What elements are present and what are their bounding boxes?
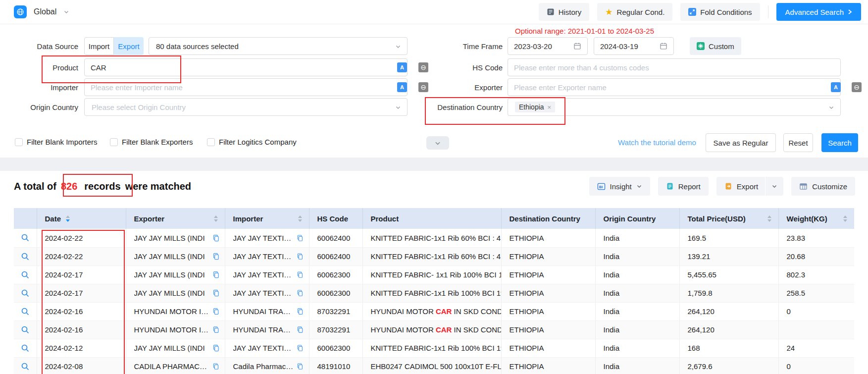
copy-icon[interactable] — [212, 344, 220, 352]
destination-cell: ETHIOPIA — [501, 284, 595, 302]
exporter-input[interactable] — [508, 78, 841, 96]
filter-logitics-company[interactable]: Filter Logitics Company — [207, 138, 297, 146]
col-header-total-price[interactable]: Total Price(USD) — [679, 208, 778, 229]
col-header-date[interactable]: Date — [37, 208, 126, 229]
filter-blank-exporters[interactable]: Filter Blank Exporters — [110, 138, 193, 146]
report-icon — [666, 182, 674, 190]
collapse-conditions-toggle[interactable] — [426, 136, 449, 150]
tab-export[interactable]: Export — [114, 37, 144, 55]
checkbox[interactable] — [110, 138, 118, 146]
copy-icon[interactable] — [212, 234, 220, 242]
copy-icon[interactable] — [297, 344, 304, 352]
copy-icon[interactable] — [297, 253, 304, 260]
magnifier-icon[interactable] — [21, 362, 30, 371]
sort-icons[interactable] — [214, 215, 218, 222]
magnifier-icon[interactable] — [21, 307, 30, 316]
chevron-down-icon — [434, 140, 441, 147]
copy-icon[interactable] — [212, 289, 220, 297]
product-cell: KNITTED FABRIC-1x1 Rib 100% BCI 190 — [362, 339, 501, 357]
copy-icon[interactable] — [297, 308, 304, 315]
results-summary: A total of 826 records were matched — [14, 181, 191, 192]
export-button[interactable]: Export — [716, 177, 783, 196]
report-button[interactable]: Report — [658, 177, 709, 196]
translate-icon[interactable]: A — [831, 82, 841, 92]
copy-icon[interactable] — [297, 234, 304, 242]
magnifier-icon[interactable] — [21, 252, 30, 261]
product-cell: KNITTED FABRIC- 1x1 Rib 100% BCI 19 — [362, 266, 501, 284]
magnifier-icon[interactable] — [21, 233, 30, 242]
regular-cond-button[interactable]: ★ Regular Cond. — [597, 3, 672, 21]
copy-icon[interactable] — [212, 326, 220, 333]
product-input[interactable] — [84, 58, 408, 76]
translate-icon[interactable]: A — [397, 62, 407, 72]
data-source-select[interactable]: 80 data sources selected — [149, 37, 408, 55]
importer-cell: JAY JAY TEXTILES — [225, 229, 309, 247]
sort-icons[interactable] — [66, 215, 70, 222]
table-row: 2024-02-08 CADILA PHARMACEUT Cadila Phar… — [14, 357, 854, 374]
region-selector[interactable]: Global — [14, 5, 69, 18]
col-header-weight[interactable]: Weight(KG) — [778, 208, 854, 229]
sort-icons[interactable] — [767, 215, 771, 222]
magnifier-icon[interactable] — [21, 270, 30, 279]
copy-icon[interactable] — [297, 363, 304, 370]
filter-blank-importers[interactable]: Filter Blank Importers — [15, 138, 98, 146]
reset-button[interactable]: Reset — [783, 133, 813, 152]
advanced-search-button[interactable]: Advanced Search — [776, 3, 861, 21]
tutorial-link[interactable]: Watch the tutorial demo — [618, 138, 696, 147]
save-as-regular-button[interactable]: Save as Regular — [706, 133, 776, 152]
total-price-cell: 2,679.6 — [679, 357, 778, 374]
history-button[interactable]: History — [539, 3, 590, 21]
origin-country-select[interactable]: Please select Origin Country — [84, 98, 408, 116]
copy-icon[interactable] — [212, 271, 220, 278]
date-cell: 2024-02-22 — [37, 247, 126, 266]
filter-row: Filter Blank Importers Filter Blank Expo… — [0, 135, 868, 153]
weight-cell: 24 — [778, 339, 854, 357]
search-button[interactable]: Search — [821, 133, 858, 152]
insight-icon: BI — [597, 182, 606, 191]
tab-import[interactable]: Import — [84, 37, 114, 55]
checkbox[interactable] — [207, 138, 215, 146]
translate-icon[interactable]: A — [397, 82, 407, 92]
sort-icons[interactable] — [298, 215, 302, 222]
table-row: 2024-02-17 JAY JAY MILLS (INDI JAY JAY T… — [14, 284, 854, 302]
fold-conditions-label: Fold Conditions — [700, 8, 752, 16]
checkbox[interactable] — [15, 138, 23, 146]
total-price-cell: 264,120 — [679, 321, 778, 339]
hs-code-input[interactable] — [508, 58, 841, 76]
col-header-exporter[interactable]: Exporter — [126, 208, 225, 229]
export-dropdown-toggle[interactable] — [766, 177, 783, 196]
insight-button[interactable]: BI Insight — [589, 177, 650, 196]
customize-button[interactable]: Customize — [791, 177, 855, 196]
sort-icons[interactable] — [843, 215, 847, 222]
date-start-input[interactable]: 2023-03-20 — [508, 37, 588, 55]
magnifier-icon[interactable] — [21, 325, 30, 334]
col-header-importer[interactable]: Importer — [225, 208, 309, 229]
date-cell: 2024-02-22 — [37, 229, 126, 247]
topbar-divider — [768, 5, 768, 18]
fold-conditions-button[interactable]: Fold Conditions — [680, 3, 760, 21]
copy-icon[interactable] — [297, 326, 304, 333]
product-cell: EHB0247 CADIMOL 500 100x10T E-FLUT — [362, 357, 501, 374]
export-main[interactable]: Export — [716, 177, 765, 196]
copy-icon[interactable] — [212, 308, 220, 315]
topbar-actions: History ★ Regular Cond. Fold Conditions … — [539, 3, 861, 21]
copy-icon[interactable] — [212, 363, 219, 370]
destination-country-select[interactable]: Ethiopia × — [508, 98, 841, 116]
exporter-row: Exporter A ⊖ — [422, 78, 868, 96]
summary-count: 826 — [61, 181, 77, 192]
importer-cell: JAY JAY TEXTILES — [225, 266, 309, 284]
destination-tag-label: Ethiopia — [519, 103, 544, 111]
weight-cell: 23.83 — [778, 229, 854, 247]
importer-input[interactable] — [84, 78, 408, 96]
magnifier-icon[interactable] — [21, 289, 30, 298]
copy-icon[interactable] — [297, 289, 304, 297]
copy-icon[interactable] — [297, 271, 304, 278]
table-row: 2024-02-16 HYUNDAI MOTOR IND HYUNDAI TRA… — [14, 302, 854, 321]
date-end-input[interactable]: 2024-03-19 — [594, 37, 674, 55]
copy-icon[interactable] — [212, 253, 220, 260]
magnifier-icon[interactable] — [21, 344, 30, 353]
exclude-search-icon[interactable]: ⊖ — [852, 82, 862, 92]
remove-tag-icon[interactable]: × — [548, 104, 552, 111]
custom-range-button[interactable]: Custom — [690, 37, 741, 55]
origin-cell: India — [595, 321, 679, 339]
